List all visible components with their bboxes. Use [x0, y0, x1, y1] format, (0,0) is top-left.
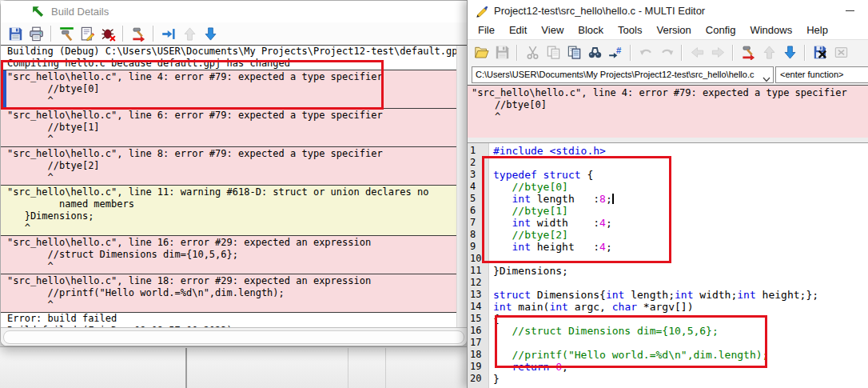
output-line: "src_hello\hello.c", line 4: error #79: …	[468, 87, 868, 99]
jump-to-error-icon[interactable]	[159, 24, 178, 43]
edit-build-file-icon[interactable]	[78, 24, 97, 43]
debug-icon[interactable]	[98, 24, 117, 43]
forward-icon[interactable]	[708, 43, 727, 62]
editor-titlebar[interactable]: Project12-test\src_hello\hello.c - MULTI…	[468, 0, 868, 22]
code-line-12[interactable]: 12	[468, 277, 868, 289]
code-line-14[interactable]: 14int main(int argc, char *argv[])	[468, 301, 868, 313]
horizontal-scrollbar[interactable]	[1, 327, 467, 346]
code-line-9[interactable]: 9 int height :4;	[468, 241, 868, 253]
file-path-combobox[interactable]: C:\Users\USER\Documents\My Projects\Proj…	[472, 66, 774, 83]
close-file-icon[interactable]	[831, 43, 850, 62]
code-line-19[interactable]: 19 return 0;	[468, 361, 868, 373]
horizontal-scrollbar-thumb[interactable]	[3, 330, 464, 344]
output-line: ^	[1, 134, 457, 146]
line-number: 7	[468, 217, 488, 229]
save-icon[interactable]	[6, 24, 25, 43]
code-line-17[interactable]: 17	[468, 337, 868, 349]
build-icon[interactable]	[57, 24, 76, 43]
backdrop-divider	[348, 348, 348, 388]
save-and-close-icon[interactable]	[810, 43, 830, 62]
rebuild-icon[interactable]	[129, 24, 148, 43]
line-number: 6	[468, 205, 488, 217]
code-line-20[interactable]: 20}	[468, 373, 868, 385]
output-line: "src_hello\hello.c", line 6: error #79: …	[1, 110, 457, 122]
menu-edit[interactable]: Edit	[502, 22, 534, 39]
copy-icon[interactable]	[543, 43, 563, 62]
code-line-1[interactable]: 1#include <stdio.h>	[468, 145, 868, 157]
code-line-6[interactable]: 6 //btye[1]	[468, 205, 868, 217]
error-banner[interactable]: "src_hello\hello.c", line 4: error #79: …	[468, 86, 868, 139]
error-block[interactable]: "src_hello\hello.c", line 4: error #79: …	[1, 70, 457, 108]
next-error-icon[interactable]	[201, 24, 220, 43]
menu-file[interactable]: File	[471, 22, 502, 39]
code-line-7[interactable]: 7 int width :4;	[468, 217, 868, 229]
code-line-3[interactable]: 3typedef struct {	[468, 169, 868, 181]
menu-windows[interactable]: Windows	[743, 22, 799, 39]
output-line: "src_hello\hello.c", line 16: error #29:…	[1, 237, 457, 249]
menu-config[interactable]: Config	[699, 22, 743, 39]
cut-icon[interactable]	[523, 43, 542, 62]
open-icon[interactable]	[472, 43, 491, 62]
toolbar-separator	[681, 45, 683, 61]
function-combobox[interactable]: <enter function>	[775, 66, 868, 83]
previous-error-icon[interactable]	[180, 24, 199, 43]
error-block[interactable]: "src_hello\hello.c", line 18: error #29:…	[1, 274, 457, 313]
code-line-18[interactable]: 18 //printf("Hello world.=%d\n",dim.leng…	[468, 349, 868, 361]
back-icon[interactable]	[687, 43, 707, 62]
error-block[interactable]: "src_hello\hello.c", line 6: error #79: …	[1, 108, 457, 146]
code-text: }	[488, 373, 500, 385]
line-number: 14	[468, 301, 488, 313]
build-icon[interactable]	[739, 43, 758, 62]
menu-view[interactable]: View	[534, 22, 571, 39]
minimize-button[interactable]	[836, 0, 863, 22]
code-line-10[interactable]: 10	[468, 253, 868, 265]
menu-tools[interactable]: Tools	[611, 22, 649, 39]
toolbar-separator	[630, 45, 631, 61]
previous-icon[interactable]	[759, 43, 778, 62]
code-line-11[interactable]: 11}Dimensions;	[468, 265, 868, 277]
code-line-2[interactable]: 2	[468, 157, 868, 169]
code-line-8[interactable]: 8 //btye[2]	[468, 229, 868, 241]
backdrop-divider	[185, 348, 187, 388]
error-block[interactable]: "src_hello\hello.c", line 8: error #79: …	[1, 146, 457, 185]
line-number: 13	[468, 289, 488, 301]
code-line-16[interactable]: 16 //struct Dimensions dim={10,5,6};	[468, 325, 868, 337]
paste-icon[interactable]	[564, 43, 583, 62]
code-text: int width :4;	[488, 217, 612, 229]
find-icon[interactable]	[585, 43, 604, 62]
undo-icon[interactable]	[636, 43, 655, 62]
error-block[interactable]: "src_hello\hello.c", line 16: error #29:…	[1, 235, 457, 274]
code-text: //struct Dimensions dim={10,5,6};	[488, 325, 719, 337]
output-line: }Dimensions;	[1, 210, 457, 222]
code-line-13[interactable]: 13struct Dimensions{int length;int width…	[468, 289, 868, 301]
goto-line-icon[interactable]: #	[606, 43, 625, 62]
menu-block[interactable]: Block	[571, 22, 611, 39]
output-line: "src_hello\hello.c", line 18: error #29:…	[1, 275, 457, 287]
print-icon[interactable]	[26, 24, 46, 43]
toolbar-separator	[153, 26, 154, 42]
chevron-down-icon[interactable]	[762, 72, 770, 83]
redo-icon[interactable]	[657, 43, 676, 62]
output-line: Compiling hello.c because default.gpj ha…	[1, 58, 457, 70]
code-line-5[interactable]: 5 int length :8;	[468, 193, 868, 205]
build-details-titlebar[interactable]: Build Details	[1, 1, 467, 22]
save-icon[interactable]	[492, 43, 512, 62]
vertical-scrollbar[interactable]	[456, 46, 467, 328]
output-line: //btye[0]	[468, 99, 868, 111]
line-number: 5	[468, 193, 488, 205]
code-text	[488, 337, 493, 349]
line-number: 19	[468, 361, 488, 373]
code-editor[interactable]: 1#include <stdio.h>23typedef struct {4 /…	[468, 143, 868, 388]
line-number: 11	[468, 265, 488, 277]
green-arrow-icon	[31, 5, 45, 18]
pane-splitter[interactable]	[468, 138, 868, 143]
warning-block[interactable]: "src_hello\hello.c", line 11: warning #6…	[1, 185, 457, 235]
code-text: #include <stdio.h>	[488, 145, 606, 157]
next-icon[interactable]	[780, 43, 799, 62]
menu-help[interactable]: Help	[799, 22, 835, 39]
menu-version[interactable]: Version	[649, 22, 698, 39]
line-number: 18	[468, 349, 488, 361]
code-line-4[interactable]: 4 //btye[0]	[468, 181, 868, 193]
code-line-15[interactable]: 15{	[468, 313, 868, 325]
code-text: int length :8;	[488, 193, 614, 205]
